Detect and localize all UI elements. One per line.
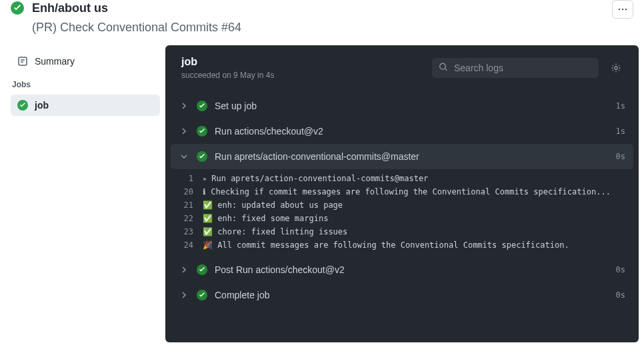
step-label: Post Run actions/checkout@v2 bbox=[215, 264, 609, 275]
line-text: ✅ enh: fixed some margins bbox=[203, 212, 328, 225]
log-job-title: job bbox=[181, 56, 424, 68]
more-actions-button[interactable] bbox=[612, 0, 633, 19]
step-status-icon bbox=[196, 264, 208, 276]
summary-label: Summary bbox=[35, 56, 75, 67]
step-label: Run actions/checkout@v2 bbox=[215, 126, 609, 137]
step-row[interactable]: Set up job 1s bbox=[171, 93, 633, 119]
line-number: 20 bbox=[179, 185, 193, 198]
log-output: 1 ▸Run aprets/action-conventional-commit… bbox=[171, 169, 633, 257]
main: Summary Jobs job job succeeded on 9 May … bbox=[0, 45, 644, 348]
line-text: ℹ Checking if commit messages are follow… bbox=[203, 185, 611, 198]
svg-point-7 bbox=[615, 67, 617, 69]
chevron-right-icon bbox=[179, 101, 189, 111]
log-settings-button[interactable] bbox=[607, 59, 625, 77]
workflow-run-name[interactable]: (PR) Check Conventional Commits #64 bbox=[32, 21, 633, 35]
log-line[interactable]: 23 ✅ chore: fixed linting issues bbox=[179, 225, 625, 238]
workflow-status-icon bbox=[11, 1, 24, 17]
header-actions bbox=[612, 0, 633, 19]
step-row[interactable]: Run actions/checkout@v2 1s bbox=[171, 119, 633, 144]
sidebar-jobs-heading: Jobs bbox=[11, 72, 160, 95]
log-title-block: job succeeded on 9 May in 4s bbox=[181, 56, 424, 80]
search-icon bbox=[439, 63, 448, 74]
line-number: 23 bbox=[179, 225, 193, 238]
line-number: 21 bbox=[179, 198, 193, 212]
step-row[interactable]: Complete job 0s bbox=[171, 282, 633, 308]
sidebar: Summary Jobs job bbox=[0, 45, 165, 348]
line-text: 🎉 All commit messages are following the … bbox=[203, 238, 569, 252]
chevron-right-icon bbox=[179, 264, 189, 275]
step-duration: 1s bbox=[616, 127, 625, 136]
log-job-meta: succeeded on 9 May in 4s bbox=[181, 71, 424, 80]
steps-list: Set up job 1s Run actions/checkout@v2 1s… bbox=[165, 93, 639, 313]
sidebar-item-job[interactable]: job bbox=[11, 95, 160, 116]
log-caret-icon: ▸ bbox=[203, 172, 207, 185]
log-panel-header: job succeeded on 9 May in 4s bbox=[165, 45, 639, 93]
header-titles: Enh/about us (PR) Check Conventional Com… bbox=[32, 0, 633, 35]
log-line[interactable]: 24 🎉 All commit messages are following t… bbox=[179, 238, 625, 252]
svg-point-2 bbox=[622, 9, 624, 11]
step-label: Set up job bbox=[215, 101, 609, 111]
page-header: Enh/about us (PR) Check Conventional Com… bbox=[0, 0, 644, 45]
step-duration: 1s bbox=[616, 101, 625, 111]
log-line[interactable]: 20 ℹ Checking if commit messages are fol… bbox=[179, 185, 625, 198]
svg-point-1 bbox=[619, 9, 621, 11]
step-duration: 0s bbox=[616, 152, 625, 161]
step-status-icon bbox=[196, 125, 208, 137]
log-line[interactable]: 22 ✅ enh: fixed some margins bbox=[179, 212, 625, 225]
sidebar-item-summary[interactable]: Summary bbox=[11, 51, 160, 72]
line-text: ✅ chore: fixed linting issues bbox=[203, 225, 347, 238]
job-label: job bbox=[35, 100, 49, 111]
chevron-down-icon bbox=[179, 151, 189, 162]
workflow-title[interactable]: Enh/about us bbox=[32, 0, 633, 17]
line-text: ✅ enh: updated about us page bbox=[203, 198, 343, 212]
line-number: 24 bbox=[179, 238, 193, 252]
step-row[interactable]: Post Run actions/checkout@v2 0s bbox=[171, 257, 633, 282]
step-status-icon bbox=[196, 151, 208, 163]
svg-rect-4 bbox=[19, 57, 27, 65]
search-wrap bbox=[432, 58, 599, 78]
job-status-icon bbox=[17, 100, 28, 111]
log-line[interactable]: 21 ✅ enh: updated about us page bbox=[179, 198, 625, 212]
step-duration: 0s bbox=[616, 290, 625, 300]
chevron-right-icon bbox=[179, 290, 189, 300]
svg-point-6 bbox=[440, 63, 446, 69]
step-row[interactable]: Run aprets/action-conventional-commits@m… bbox=[171, 144, 633, 169]
log-panel: job succeeded on 9 May in 4s Set up job … bbox=[165, 45, 639, 342]
step-status-icon bbox=[196, 100, 208, 112]
log-line[interactable]: 1 ▸Run aprets/action-conventional-commit… bbox=[179, 172, 625, 185]
step-label: Complete job bbox=[215, 290, 609, 300]
kebab-icon bbox=[617, 4, 628, 15]
svg-point-3 bbox=[625, 9, 627, 11]
gear-icon bbox=[611, 63, 621, 73]
chevron-right-icon bbox=[179, 126, 189, 137]
step-label: Run aprets/action-conventional-commits@m… bbox=[215, 151, 609, 162]
line-number: 1 bbox=[179, 172, 193, 185]
summary-icon bbox=[17, 56, 28, 67]
step-status-icon bbox=[196, 289, 208, 301]
step-duration: 0s bbox=[616, 265, 625, 274]
line-number: 22 bbox=[179, 212, 193, 225]
line-text: ▸Run aprets/action-conventional-commits@… bbox=[203, 172, 428, 185]
search-input[interactable] bbox=[432, 58, 599, 78]
